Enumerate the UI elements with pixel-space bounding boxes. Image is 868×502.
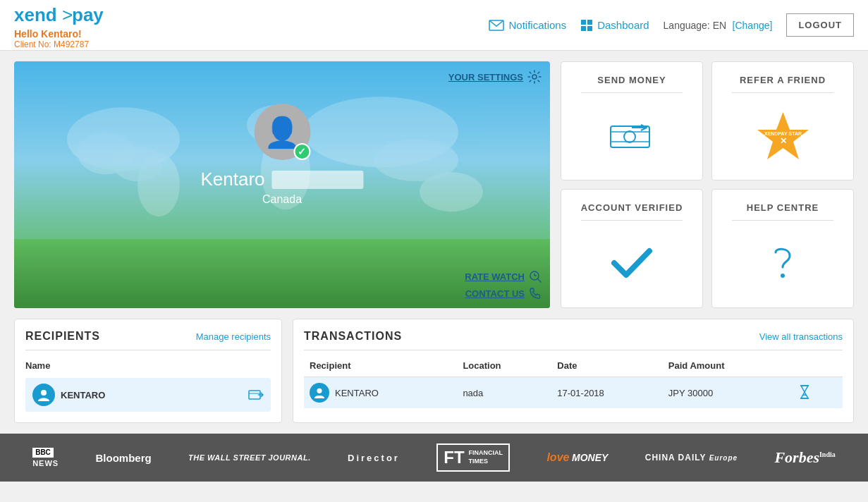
logo: xend > pay [14,1,134,27]
svg-rect-6 [581,26,586,31]
media-forbes: ForbesIndia [774,448,835,467]
settings-label: YOUR SETTINGS [448,72,523,82]
recipient-name: KENTARO [61,390,105,400]
transaction-row: KENTARO nada 17-01-2018 JPY 30000 [304,377,843,409]
logout-button[interactable]: LOGOUT [786,13,854,37]
media-ft: FT FinancialTimes [436,443,510,472]
svg-text:xend: xend [14,4,57,25]
recipients-divider [25,350,271,350]
trans-date: 17-01-2018 [551,377,662,409]
transactions-table: Recipient Location Date Paid Amount [304,357,843,408]
rate-watch-icon [529,270,542,283]
account-verified-divider [581,220,683,221]
recipient-row: KENTARO [25,378,271,412]
svg-point-8 [67,107,180,171]
trans-person-icon [314,387,325,398]
col-recipient: Recipient [304,357,457,377]
hero-panel: YOUR SETTINGS 👤 ✓ Kentaro Canada RATE WA… [14,61,550,308]
transactions-header: TRANSACTIONS View all transactions [304,330,843,343]
account-verified-icon-area [611,231,653,295]
language-selector: Language: EN [Change] [664,19,773,32]
svg-point-16 [420,172,483,212]
media-china-daily: CHINA DAILY Europe [645,453,738,463]
account-verified-card[interactable]: ACCOUNT VERIFIED [561,189,703,308]
hello-text: Hello Kentaro! [14,28,134,39]
refer-friend-icon-area: XENDPAY STAR ✕ [757,103,809,167]
svg-point-9 [78,132,134,174]
recipient-send-icon[interactable] [248,388,264,401]
checkmark-icon [611,245,653,281]
settings-link[interactable]: YOUR SETTINGS [448,70,542,84]
help-centre-icon-area [765,231,800,295]
bottom-links: RATE WATCH CONTACT US [465,270,542,300]
svg-point-15 [374,139,458,181]
send-money-icon [607,119,656,151]
right-cards: SEND MONEY REFER A FRIEND [561,61,854,308]
logo-area: xend > pay Hello Kentaro! Client No: M49… [14,1,134,49]
client-number: Client No: M492787 [14,39,134,49]
user-country: Canada [262,193,302,206]
hourglass-icon [797,384,812,400]
svg-point-11 [137,153,180,216]
help-centre-divider [732,220,833,221]
dashboard-label: Dashboard [597,19,649,31]
recipient-avatar [32,384,55,406]
send-money-icon-area [607,103,656,167]
contact-us-link[interactable]: CONTACT US [465,287,542,300]
transactions-header-row: Recipient Location Date Paid Amount [304,357,843,377]
gear-icon [527,70,542,84]
dashboard-icon [580,19,593,32]
refer-friend-card[interactable]: REFER A FRIEND XENDPAY STAR ✕ [711,61,854,180]
svg-text:pay: pay [72,4,104,25]
star-icon: XENDPAY STAR ✕ [757,110,809,161]
trans-recipient-avatar [310,383,329,403]
user-name: Kentaro [200,169,363,190]
svg-text:✕: ✕ [779,136,786,146]
svg-point-10 [113,146,162,181]
media-love-money: love MONEY [546,451,608,464]
account-verified-title: ACCOUNT VERIFIED [581,202,683,213]
main-content: YOUR SETTINGS 👤 ✓ Kentaro Canada RATE WA… [0,51,868,319]
trans-paid-amount: JPY 30000 [663,377,792,409]
svg-rect-5 [587,20,592,25]
refer-friend-divider [732,92,833,93]
transactions-panel: TRANSACTIONS View all transactions Recip… [293,319,854,423]
send-money-divider [581,92,683,93]
svg-point-30 [781,274,785,278]
svg-point-17 [532,75,537,79]
header: xend > pay Hello Kentaro! Client No: M49… [0,0,868,51]
svg-point-23 [624,131,635,142]
view-all-transactions-link[interactable]: View all transactions [759,331,843,342]
phone-icon [529,287,542,300]
recipients-title: RECIPIENTS [25,330,100,343]
recipient-left: KENTARO [32,384,105,406]
name-blur [272,171,364,189]
manage-recipients-link[interactable]: Manage recipients [196,331,271,342]
recipients-col-name: Name [25,357,271,374]
col-date: Date [551,357,662,377]
notifications-link[interactable]: Notifications [489,19,566,31]
trans-location: nada [457,377,551,409]
media-director: Director [348,453,400,463]
svg-text:>: > [62,4,73,25]
logo-svg: xend > pay [14,1,134,27]
trans-action[interactable] [791,377,843,409]
star-wrapper: XENDPAY STAR ✕ [757,110,809,161]
language-change-link[interactable]: [Change] [733,20,773,31]
help-centre-card[interactable]: HELP CENTRE [711,189,854,308]
refer-friend-title: REFER A FRIEND [740,75,826,85]
svg-point-31 [41,390,47,396]
question-icon [765,242,800,284]
avatar: 👤 ✓ [254,104,310,160]
svg-rect-7 [587,26,592,31]
dashboard-link[interactable]: Dashboard [580,19,649,32]
header-nav: Notifications Dashboard Language: EN [Ch… [489,13,854,37]
send-money-card[interactable]: SEND MONEY [561,61,703,180]
recipients-panel: RECIPIENTS Manage recipients Name KENTAR… [14,319,282,423]
col-actions [791,357,843,377]
language-text: Language: EN [664,20,727,31]
help-centre-title: HELP CENTRE [747,202,819,213]
avatar-person-icon: 👤 [264,115,300,149]
col-paid-amount: Paid Amount [663,357,792,377]
rate-watch-link[interactable]: RATE WATCH [465,270,542,283]
